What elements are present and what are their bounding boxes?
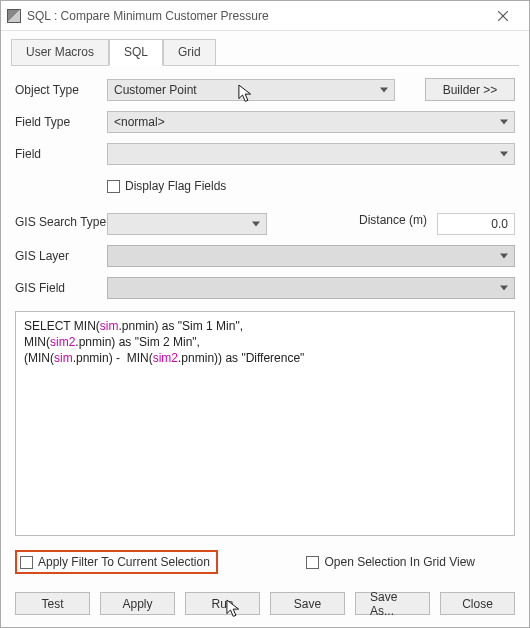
checkbox-icon bbox=[107, 180, 120, 193]
save-as-button[interactable]: Save As... bbox=[355, 592, 430, 615]
display-flag-checkbox[interactable]: Display Flag Fields bbox=[107, 179, 226, 193]
run-button[interactable]: Run bbox=[185, 592, 260, 615]
chevron-down-icon bbox=[500, 286, 508, 291]
apply-filter-checkbox[interactable]: Apply Filter To Current Selection bbox=[15, 550, 218, 574]
object-type-row: Object Type Customer Point Builder >> bbox=[15, 78, 515, 101]
close-icon bbox=[498, 11, 508, 21]
field-type-value: <normal> bbox=[114, 115, 165, 129]
chevron-down-icon bbox=[500, 152, 508, 157]
gis-field-row: GIS Field bbox=[15, 277, 515, 299]
cursor-icon bbox=[238, 84, 256, 106]
close-button[interactable]: Close bbox=[440, 592, 515, 615]
gis-field-select[interactable] bbox=[107, 277, 515, 299]
field-row: Field bbox=[15, 143, 515, 165]
checkbox-icon bbox=[20, 556, 33, 569]
gis-search-select[interactable] bbox=[107, 213, 267, 235]
gis-search-label: GIS Search Type bbox=[15, 213, 107, 229]
tab-grid[interactable]: Grid bbox=[163, 39, 216, 65]
field-type-label: Field Type bbox=[15, 115, 107, 129]
gis-layer-select[interactable] bbox=[107, 245, 515, 267]
distance-label: Distance (m) bbox=[359, 213, 427, 227]
gis-layer-label: GIS Layer bbox=[15, 249, 107, 263]
test-button[interactable]: Test bbox=[15, 592, 90, 615]
save-button[interactable]: Save bbox=[270, 592, 345, 615]
sql-editor[interactable]: SELECT MIN(sim.pnmin) as "Sim 1 Min", MI… bbox=[15, 311, 515, 536]
field-select[interactable] bbox=[107, 143, 515, 165]
tab-sql[interactable]: SQL bbox=[109, 39, 163, 66]
builder-button[interactable]: Builder >> bbox=[425, 78, 515, 101]
display-flag-row: Display Flag Fields bbox=[15, 175, 515, 197]
apply-filter-label: Apply Filter To Current Selection bbox=[38, 555, 210, 569]
window-title: SQL : Compare Minimum Customer Pressure bbox=[27, 9, 483, 23]
tab-content: Object Type Customer Point Builder >> Fi… bbox=[1, 66, 529, 592]
field-type-row: Field Type <normal> bbox=[15, 111, 515, 133]
chevron-down-icon bbox=[500, 120, 508, 125]
tabstrip: User Macros SQL Grid bbox=[11, 39, 519, 66]
titlebar: SQL : Compare Minimum Customer Pressure bbox=[1, 1, 529, 31]
button-row: Test Apply Run Save Save As... Close bbox=[1, 592, 529, 627]
cursor-icon bbox=[226, 599, 244, 621]
tab-user-macros[interactable]: User Macros bbox=[11, 39, 109, 65]
gis-search-row: GIS Search Type Distance (m) bbox=[15, 213, 515, 235]
chevron-down-icon bbox=[252, 222, 260, 227]
checkbox-icon bbox=[306, 556, 319, 569]
sql-dialog: SQL : Compare Minimum Customer Pressure … bbox=[0, 0, 530, 628]
apply-button[interactable]: Apply bbox=[100, 592, 175, 615]
field-type-select[interactable]: <normal> bbox=[107, 111, 515, 133]
distance-input[interactable] bbox=[437, 213, 515, 235]
open-grid-checkbox[interactable]: Open Selection In Grid View bbox=[306, 555, 475, 569]
object-type-value: Customer Point bbox=[114, 83, 197, 97]
gis-field-label: GIS Field bbox=[15, 281, 107, 295]
app-icon bbox=[7, 9, 21, 23]
object-type-select[interactable]: Customer Point bbox=[107, 79, 395, 101]
field-label: Field bbox=[15, 147, 107, 161]
object-type-label: Object Type bbox=[15, 83, 107, 97]
chevron-down-icon bbox=[380, 87, 388, 92]
display-flag-label: Display Flag Fields bbox=[125, 179, 226, 193]
chevron-down-icon bbox=[500, 254, 508, 259]
gis-layer-row: GIS Layer bbox=[15, 245, 515, 267]
bottom-checks: Apply Filter To Current Selection Open S… bbox=[15, 550, 515, 574]
open-grid-label: Open Selection In Grid View bbox=[324, 555, 475, 569]
window-close-button[interactable] bbox=[483, 2, 523, 30]
